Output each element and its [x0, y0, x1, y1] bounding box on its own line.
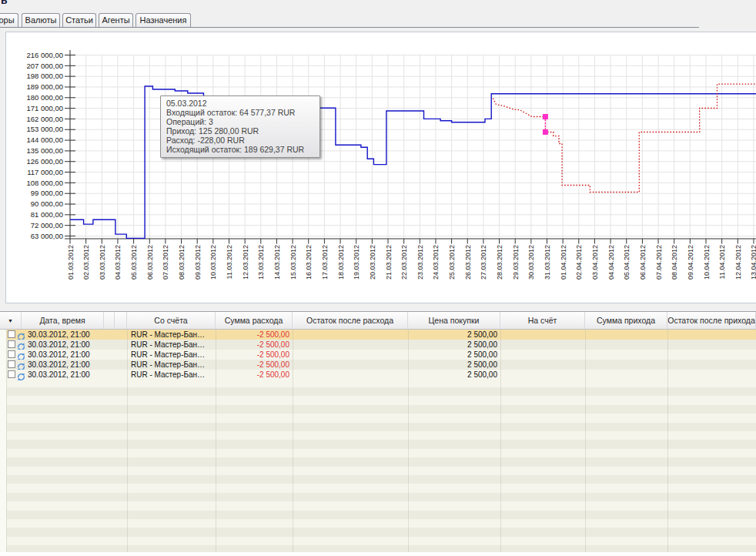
- x-axis-label: 14.03.2012: [273, 245, 281, 280]
- cell-expense: -2 500,00: [216, 360, 289, 370]
- x-axis-label: 09.03.2012: [194, 245, 202, 280]
- header-cell[interactable]: Остаток после расхода: [293, 312, 408, 329]
- y-axis-label: 99 000,00: [31, 189, 63, 197]
- x-axis-label: 02.03.2012: [82, 245, 90, 280]
- column-separator: [216, 330, 216, 552]
- tooltip-opening-balance: Входящий остаток: 64 577,37 RUR: [166, 108, 314, 117]
- cell-expense: -2 500,00: [216, 350, 289, 360]
- row-checkbox[interactable]: [8, 340, 15, 348]
- empty-stripe: [6, 475, 756, 484]
- tab-dogovory[interactable]: оры: [0, 13, 18, 27]
- empty-stripe: [6, 414, 756, 422]
- header-cell[interactable]: [104, 312, 115, 329]
- empty-stripe: [6, 467, 756, 475]
- table-row[interactable]: 30.03.2012, 21:00RUR - Мастер-Бан…-2 500…: [0, 370, 756, 380]
- selected-operation-marker[interactable]: [543, 129, 548, 135]
- tab-articles[interactable]: Статьи: [62, 13, 96, 27]
- cell-date: 30.03.2012, 21:00: [28, 350, 103, 360]
- table-header: ▼Дата, времяСо счётаСумма расходаОстаток…: [0, 312, 756, 330]
- cell-purchase-price: 2 500,00: [408, 360, 497, 370]
- transfer-icon: [17, 360, 25, 369]
- y-axis-label: 126 000,00: [26, 157, 63, 166]
- tab-label: оры: [0, 15, 15, 25]
- header-cell[interactable]: Со счёта: [127, 312, 216, 329]
- cell-purchase-price: 2 500,00: [408, 340, 497, 350]
- y-axis-label: 108 000,00: [26, 179, 63, 187]
- header-cell[interactable]: Сумма прихода: [585, 312, 667, 329]
- empty-stripe: [6, 545, 756, 552]
- row-checkbox[interactable]: [8, 350, 15, 358]
- header-cell[interactable]: [115, 312, 127, 329]
- tab-currencies[interactable]: Валюты: [22, 13, 60, 27]
- y-axis-label: 117 000,00: [27, 168, 63, 176]
- x-axis-label: 01.03.2012: [67, 245, 75, 280]
- row-checkbox[interactable]: [8, 360, 15, 368]
- selected-operation-marker[interactable]: [543, 114, 548, 119]
- y-axis-label: 180 000,00: [26, 93, 63, 102]
- y-axis-label: 216 000,00: [26, 51, 63, 59]
- column-separator: [127, 330, 128, 552]
- empty-stripe: [6, 431, 756, 440]
- x-axis-label: 04.04.2012: [607, 245, 615, 280]
- tab-assignments[interactable]: Назначения: [135, 13, 191, 27]
- table-row[interactable]: 30.03.2012, 21:00RUR - Мастер-Бан…-2 500…: [0, 340, 756, 350]
- tab-label: Назначения: [140, 15, 187, 25]
- header-cell[interactable]: Дата, время: [22, 312, 104, 329]
- empty-stripe: [6, 449, 756, 457]
- y-axis-label: 135 000,00: [26, 146, 63, 155]
- x-axis-label: 06.04.2012: [639, 245, 647, 280]
- x-axis-label: 27.03.2012: [480, 245, 487, 280]
- transfer-icon: [17, 350, 25, 359]
- x-axis-label: 13.04.2012: [750, 245, 756, 280]
- header-cell[interactable]: Сумма расхода: [216, 312, 293, 329]
- tooltip-expense: Расход: -228,00 RUR: [166, 136, 314, 145]
- empty-stripe: [6, 511, 756, 519]
- x-axis-label: 03.04.2012: [591, 245, 599, 280]
- x-axis-label: 12.03.2012: [242, 245, 249, 280]
- y-axis-label: 144 000,00: [26, 136, 63, 144]
- y-axis-label: 81 000,00: [31, 210, 63, 219]
- x-axis-label: 08.03.2012: [178, 245, 186, 280]
- x-axis-label: 16.03.2012: [305, 245, 313, 280]
- header-cell[interactable]: Остаток после прихода: [667, 312, 756, 329]
- table-rows: 30.03.2012, 21:00RUR - Мастер-Бан…-2 500…: [0, 330, 756, 380]
- tab-label: Статьи: [65, 15, 93, 25]
- x-axis-label: 03.03.2012: [99, 245, 106, 280]
- cell-purchase-price: 2 500,00: [408, 350, 497, 360]
- row-checkbox[interactable]: [8, 330, 15, 338]
- tab-label: Валюты: [25, 15, 57, 25]
- x-axis-label: 29.03.2012: [512, 245, 520, 280]
- x-axis-label: 01.04.2012: [560, 245, 567, 280]
- y-axis-label: 171 000,00: [26, 104, 63, 112]
- x-axis-label: 31.03.2012: [544, 245, 551, 280]
- table-row[interactable]: 30.03.2012, 21:00RUR - Мастер-Бан…-2 500…: [0, 350, 756, 360]
- row-checkbox[interactable]: [8, 370, 15, 378]
- header-filter-cell[interactable]: ▼: [0, 312, 22, 329]
- balance-chart[interactable]: 63 000,0072 000,0081 000,0090 000,0099 0…: [6, 32, 756, 303]
- x-axis-label: 11.03.2012: [226, 245, 233, 279]
- empty-stripe: [6, 380, 756, 387]
- empty-stripe: [6, 537, 756, 545]
- filter-dropdown-icon[interactable]: ▼: [8, 318, 13, 323]
- empty-stripe: [6, 423, 756, 431]
- cell-from-account: RUR - Мастер-Бан…: [131, 330, 212, 340]
- cell-date: 30.03.2012, 21:00: [28, 330, 103, 340]
- header-cell[interactable]: Цена покупки: [408, 312, 500, 329]
- table-row[interactable]: 30.03.2012, 21:00RUR - Мастер-Бан…-2 500…: [0, 330, 756, 340]
- header-cell[interactable]: На счёт: [500, 312, 585, 329]
- x-axis-label: 07.03.2012: [162, 245, 169, 280]
- x-axis-label: 10.03.2012: [209, 245, 217, 280]
- empty-stripe: [6, 387, 756, 396]
- cell-date: 30.03.2012, 21:00: [28, 340, 103, 350]
- table-row[interactable]: 30.03.2012, 21:00RUR - Мастер-Бан…-2 500…: [0, 360, 756, 370]
- transfer-icon: [17, 340, 25, 349]
- x-axis-label: 07.04.2012: [655, 245, 663, 280]
- cell-from-account: RUR - Мастер-Бан…: [131, 340, 212, 350]
- tab-label: Агенты: [102, 15, 129, 25]
- x-axis-label: 19.03.2012: [353, 245, 360, 280]
- empty-stripe: [6, 528, 756, 536]
- x-axis-label: 25.03.2012: [448, 245, 456, 280]
- empty-stripe: [6, 440, 756, 448]
- tab-agents[interactable]: Агенты: [99, 13, 133, 27]
- tooltip-operations-count: Операций: 3: [166, 117, 314, 126]
